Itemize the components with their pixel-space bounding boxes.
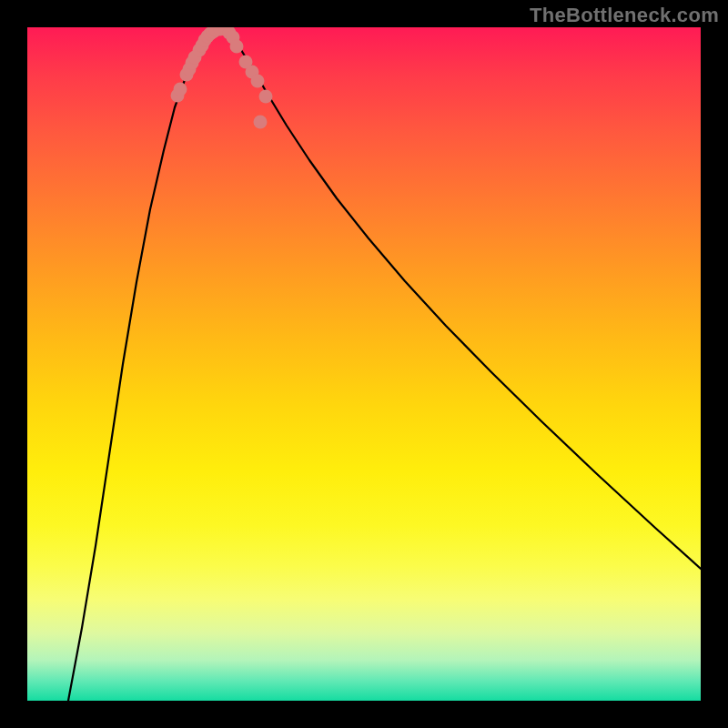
marker-dot (254, 116, 268, 129)
plot-area (27, 27, 701, 701)
right-curve (226, 29, 701, 569)
marker-dot (174, 83, 187, 96)
left-curve (68, 29, 216, 701)
marker-dot (251, 75, 265, 88)
marker-cluster (171, 27, 273, 129)
chart-frame: TheBottleneck.com (0, 0, 728, 728)
marker-dot (230, 40, 244, 54)
marker-dot (259, 90, 273, 104)
plot-svg (27, 27, 701, 701)
watermark-text: TheBottleneck.com (530, 4, 719, 27)
